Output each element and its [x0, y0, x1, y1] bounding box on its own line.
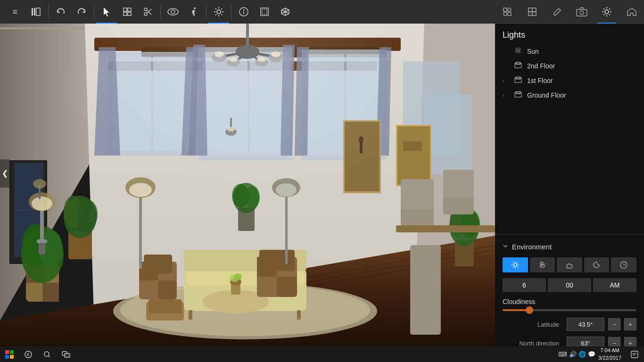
svg-rect-224 [631, 351, 638, 358]
svg-rect-159 [504, 8, 507, 11]
keyboard-tray-icon[interactable]: ⌨ [558, 351, 567, 358]
action-center-button[interactable] [625, 346, 644, 362]
windows-start-button[interactable] [0, 346, 19, 362]
time-ampm-input[interactable]: AM [593, 278, 636, 292]
svg-line-211 [543, 263, 543, 263]
svg-point-167 [580, 11, 584, 15]
build-tab[interactable] [523, 0, 542, 24]
scissors-icon[interactable] [138, 0, 158, 24]
library-icon[interactable] [25, 0, 46, 24]
taskbar-multitask-button[interactable] [57, 346, 75, 362]
1st-floor-chevron: › [503, 78, 509, 83]
svg-rect-2 [36, 8, 40, 16]
2nd-floor-expand-space [503, 63, 509, 69]
svg-rect-216 [10, 350, 14, 354]
objects-icon[interactable] [117, 0, 138, 24]
svg-rect-0 [32, 8, 33, 16]
1st-floor-icon [514, 76, 522, 85]
2nd-floor-light-icon [514, 61, 522, 70]
toolbar-sep-5 [231, 5, 231, 19]
svg-line-204 [512, 262, 513, 263]
cloudiness-thumb[interactable] [526, 306, 533, 314]
clock-mode-button[interactable] [611, 257, 636, 272]
ground-floor-item[interactable]: › Ground Floor [495, 88, 644, 102]
redo-icon[interactable] [71, 0, 92, 24]
2nd-floor-light-label: 2nd Floor [527, 62, 555, 70]
svg-point-220 [44, 352, 49, 356]
svg-rect-28 [262, 9, 267, 14]
taskbar-search-button[interactable] [38, 346, 57, 362]
environment-header[interactable]: Environment [495, 239, 644, 254]
clock-time: 7:04 AM [598, 347, 621, 354]
volume-tray-icon[interactable]: 🔊 [569, 351, 577, 358]
latitude-minus-button[interactable]: − [608, 318, 620, 330]
night-mode-button[interactable] [584, 257, 610, 272]
info-icon[interactable] [233, 0, 254, 24]
system-clock[interactable]: 7:04 AM 3/22/2017 [598, 347, 625, 362]
network-tray-icon[interactable]: 🌐 [578, 351, 586, 358]
svg-rect-158 [0, 0, 495, 346]
select-icon[interactable] [96, 0, 117, 24]
svg-point-168 [605, 10, 609, 14]
svg-line-186 [516, 52, 517, 53]
svg-line-184 [520, 52, 521, 53]
svg-line-175 [609, 8, 610, 9]
svg-rect-166 [577, 9, 587, 16]
latitude-input[interactable] [567, 318, 604, 331]
lights-title: Lights [495, 28, 644, 44]
svg-line-173 [603, 8, 604, 9]
latitude-label: Latitude [503, 321, 563, 328]
svg-point-26 [243, 9, 244, 10]
svg-line-21 [221, 14, 222, 15]
walk-icon[interactable] [183, 0, 204, 24]
cloudiness-label: Cloudiness [495, 294, 644, 307]
message-tray-icon[interactable]: 💬 [588, 351, 595, 358]
toolbar-sep-3 [160, 5, 161, 19]
time-hour-input[interactable]: 6 [503, 278, 546, 292]
menu-icon[interactable]: ≡ [5, 0, 25, 24]
ground-floor-icon [514, 90, 522, 99]
svg-rect-4 [124, 8, 127, 11]
svg-line-221 [49, 356, 50, 357]
toolbar-sep-2 [94, 5, 94, 19]
environment-title: Environment [512, 243, 552, 251]
svg-point-219 [25, 351, 32, 358]
main-3d-view[interactable]: ❮ [0, 0, 495, 346]
latitude-row: Latitude − + [495, 315, 644, 334]
house-tab[interactable] [622, 0, 641, 24]
time-minute-input[interactable]: 00 [548, 278, 591, 292]
frame-icon[interactable] [254, 0, 275, 24]
svg-line-174 [609, 14, 610, 15]
partial-cloud-mode-button[interactable] [530, 257, 555, 272]
sun-light-item[interactable]: Sun [495, 44, 644, 58]
lights-tab[interactable] [597, 0, 616, 24]
edit-tab[interactable] [548, 0, 567, 24]
svg-point-13 [171, 10, 175, 14]
panel-spacer [495, 107, 644, 234]
svg-line-23 [215, 14, 216, 15]
sun-light-label: Sun [527, 48, 539, 55]
2nd-floor-light-item[interactable]: 2nd Floor [495, 58, 644, 73]
svg-rect-195 [515, 93, 521, 97]
svg-marker-177 [627, 8, 636, 16]
svg-line-183 [516, 48, 517, 49]
left-navigation-arrow[interactable]: ❮ [0, 159, 9, 188]
svg-point-160 [508, 8, 511, 11]
1st-floor-item[interactable]: › 1st Floor [495, 73, 644, 88]
view-icon[interactable] [163, 0, 183, 24]
cube-icon[interactable] [275, 0, 296, 24]
undo-icon[interactable] [50, 0, 71, 24]
cloudy-mode-button[interactable] [557, 257, 582, 272]
svg-line-176 [603, 14, 604, 15]
sun-toolbar-icon[interactable] [208, 0, 229, 24]
taskbar-back-button[interactable] [19, 346, 38, 362]
sunny-mode-button[interactable] [503, 257, 528, 272]
camera-tab[interactable] [572, 0, 591, 24]
svg-rect-191 [515, 78, 521, 82]
clock-date: 3/22/2017 [598, 354, 621, 362]
cloudiness-slider[interactable] [503, 309, 636, 311]
latitude-plus-button[interactable]: + [624, 318, 636, 330]
materials-tab[interactable] [498, 0, 517, 24]
svg-rect-7 [128, 12, 131, 16]
env-collapse-icon [503, 242, 508, 251]
